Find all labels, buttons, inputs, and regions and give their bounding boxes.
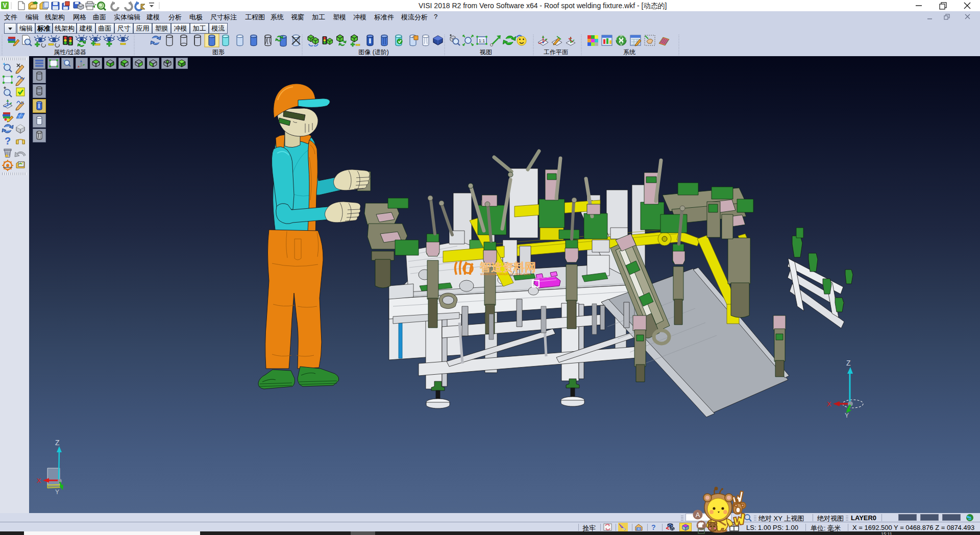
svg-text:?: ? [5, 135, 11, 147]
svg-text:V: V [3, 2, 7, 9]
svg-text:Z: Z [55, 439, 60, 447]
svg-text:1:1: 1:1 [479, 38, 485, 43]
svg-text:Y: Y [55, 489, 59, 496]
svg-text:Y: Y [845, 412, 849, 419]
svg-text:WWW.CHINA MANUFACTURING DATA: WWW.CHINA MANUFACTURING DATA [480, 273, 531, 276]
svg-text:X: X [827, 400, 831, 408]
svg-text:A: A [696, 511, 700, 519]
svg-text:3D: 3D [637, 527, 641, 530]
svg-text:Z: Z [846, 359, 851, 367]
svg-text:X: X [37, 477, 41, 484]
svg-text:智造资料网: 智造资料网 [479, 261, 536, 274]
